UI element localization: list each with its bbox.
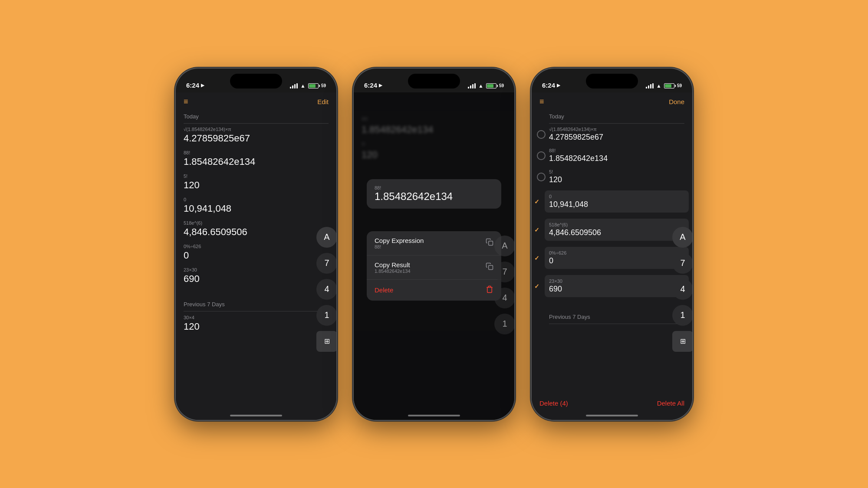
divider-3 — [549, 123, 684, 124]
phone2-screen: 88! 1.85482642e134 5! 120 88! 1.85482642… — [354, 92, 514, 420]
battery-icon-3 — [664, 83, 674, 88]
phone1-frame: 6:24 ▶ ▲ 59 ≡ Edit — [176, 69, 336, 420]
phone1-screen: ≡ Edit Today √(1.85482642e134)×π 4.27859… — [176, 92, 336, 420]
partial-keyboard-2: A 7 4 1 — [494, 236, 514, 334]
wifi-icon-1: ▲ — [300, 83, 306, 89]
location-icon-2: ▶ — [379, 83, 382, 88]
history-item-3-2[interactable]: 5! 120 — [549, 169, 684, 184]
partial-key-a: A — [316, 227, 336, 248]
partial-keyboard-1: A 7 4 1 ⊞ — [316, 227, 336, 352]
partial-key-7: 7 — [316, 253, 336, 274]
divider-1 — [184, 123, 329, 124]
bottom-bar-3: Delete (4) Delete All — [532, 400, 692, 407]
home-indicator-2 — [408, 415, 460, 416]
status-icons-3: ▲ 59 — [646, 83, 682, 89]
history-item-1-3[interactable]: 0 10,941,048 — [184, 197, 329, 214]
home-indicator-3 — [586, 415, 638, 416]
history-item-1-prev0[interactable]: 30×4 120 — [184, 315, 329, 332]
context-menu-delete[interactable]: Delete — [367, 280, 501, 301]
dynamic-island-3 — [586, 74, 638, 88]
delete-count-button[interactable]: Delete (4) — [539, 400, 568, 407]
history-item-3-0[interactable]: √(1.85482642e134)×π 4.27859825e67 — [549, 127, 684, 142]
history-item-3-3[interactable]: ✓ 0 10,941,048 — [545, 190, 689, 213]
history-item-1-6[interactable]: 23×30 690 — [184, 267, 329, 285]
history-item-1-2[interactable]: 5! 120 — [184, 174, 329, 191]
signal-bars-2 — [468, 83, 476, 88]
checkmark-3: ✓ — [534, 198, 539, 205]
context-menu: Copy Expression 88! Copy Result 1.85 — [367, 231, 501, 301]
phone3-screen: ≡ Done Today √(1.85482642e134)×π 4.27859… — [532, 92, 692, 420]
history-item-1-1[interactable]: 88! 1.85482642e134 — [184, 150, 329, 167]
radio-1[interactable] — [537, 151, 546, 160]
battery-icon-1 — [308, 83, 319, 88]
divider-2 — [184, 311, 329, 311]
status-time-1: 6:24 ▶ — [186, 82, 204, 89]
history-item-1-4[interactable]: 518e^(6) 4,846.6509506 — [184, 220, 329, 238]
section-prev7-3: Previous 7 Days — [549, 314, 684, 320]
trash-icon — [486, 285, 493, 295]
history-item-1-0[interactable]: √(1.85482642e134)×π 4.27859825e67 — [184, 127, 329, 144]
phone1: 6:24 ▶ ▲ 59 ≡ Edit — [176, 69, 336, 420]
checkmark-5: ✓ — [534, 255, 539, 262]
section-prev7-1: Previous 7 Days — [184, 301, 329, 308]
divider-4 — [549, 324, 684, 324]
location-icon-3: ▶ — [557, 83, 560, 88]
partial-key-1: 1 — [316, 305, 336, 326]
context-preview-expression: 88! — [375, 185, 493, 190]
history-item-1-5[interactable]: 0%÷626 0 — [184, 244, 329, 261]
phone3-frame: 6:24 ▶ ▲ 59 ≡ Done — [532, 69, 692, 420]
dynamic-island-2 — [408, 74, 460, 88]
svg-rect-1 — [489, 265, 493, 270]
checkmark-6: ✓ — [534, 283, 539, 290]
radio-2[interactable] — [537, 173, 546, 181]
copy-icon-expression — [486, 238, 493, 248]
section-today-1: Today — [184, 113, 329, 120]
signal-bars-3 — [646, 83, 654, 88]
phone3-navbar: ≡ Done — [532, 92, 692, 111]
phone3: 6:24 ▶ ▲ 59 ≡ Done — [532, 69, 692, 420]
context-menu-copy-result[interactable]: Copy Result 1.85482642e134 — [367, 255, 501, 280]
signal-bars-1 — [290, 83, 298, 88]
wifi-icon-2: ▲ — [478, 83, 483, 89]
wifi-icon-3: ▲ — [656, 83, 661, 89]
history-list-3: Today √(1.85482642e134)×π 4.27859825e67 … — [532, 113, 692, 324]
dynamic-island-1 — [230, 74, 282, 88]
home-indicator-1 — [230, 415, 282, 416]
copy-icon-result — [486, 262, 493, 272]
list-icon-3[interactable]: ≡ — [539, 97, 544, 106]
history-item-3-5[interactable]: ✓ 0%÷626 0 — [545, 247, 689, 269]
list-icon-1[interactable]: ≡ — [184, 97, 188, 106]
partial-key-4: 4 — [316, 279, 336, 300]
history-list-1: Today √(1.85482642e134)×π 4.27859825e67 … — [176, 113, 336, 332]
phone2: 6:24 ▶ ▲ 59 88! — [354, 69, 514, 420]
status-time-3: 6:24 ▶ — [542, 82, 560, 89]
status-icons-1: ▲ 59 — [290, 83, 326, 89]
done-button-3[interactable]: Done — [669, 98, 684, 105]
history-item-3-1[interactable]: 88! 1.85482642e134 — [549, 148, 684, 163]
context-preview-result: 1.85482642e134 — [375, 190, 493, 203]
status-time-2: 6:24 ▶ — [364, 82, 382, 89]
delete-all-button[interactable]: Delete All — [657, 400, 684, 407]
location-icon-1: ▶ — [201, 83, 204, 88]
history-item-3-4[interactable]: ✓ 518e^(6) 4,846.6509506 — [545, 219, 689, 241]
battery-icon-2 — [486, 83, 496, 88]
svg-rect-0 — [489, 241, 493, 246]
partial-key-func: ⊞ — [316, 331, 336, 352]
phone1-navbar: ≡ Edit — [176, 92, 336, 111]
checkmark-4: ✓ — [534, 226, 539, 233]
section-today-3: Today — [549, 113, 684, 120]
history-item-3-6[interactable]: ✓ 23×30 690 — [545, 275, 689, 297]
context-preview-card: 88! 1.85482642e134 — [367, 179, 501, 209]
phone2-frame: 6:24 ▶ ▲ 59 88! — [354, 69, 514, 420]
context-menu-copy-expression[interactable]: Copy Expression 88! — [367, 231, 501, 255]
edit-button-1[interactable]: Edit — [317, 98, 329, 105]
radio-0[interactable] — [537, 130, 546, 139]
partial-keyboard-3: A 7 4 1 ⊞ — [672, 227, 692, 352]
status-icons-2: ▲ 59 — [468, 83, 504, 89]
